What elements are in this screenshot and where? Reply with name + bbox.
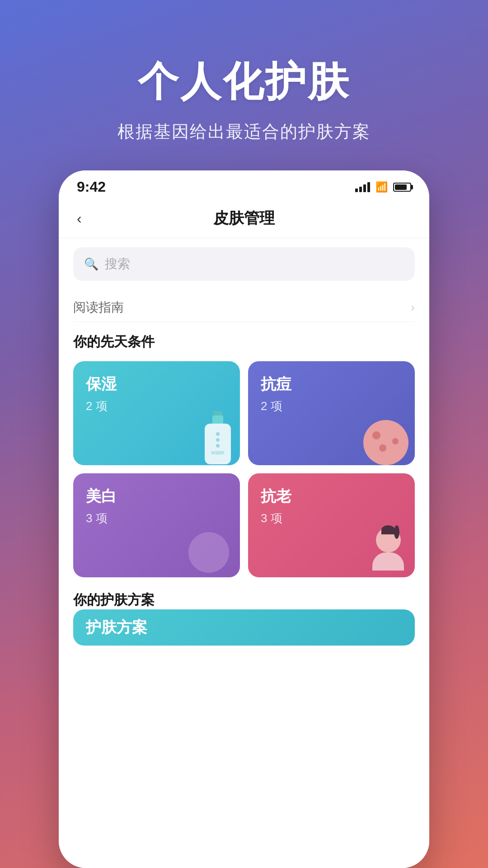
card-whitening[interactable]: 美白 3 项 [73, 473, 240, 577]
card-antiaging[interactable]: 抗老 3 项 [248, 473, 415, 577]
card-whitening-count: 3 项 [86, 510, 227, 526]
innate-conditions-header: 你的先天条件 [59, 322, 429, 357]
acne-face-illustration [363, 420, 408, 465]
card-acne[interactable]: 抗痘 2 项 [248, 361, 415, 465]
phone-content: ‹ 皮肤管理 🔍 搜索 阅读指南 › 你的先天条件 保湿 2 项 [59, 199, 429, 868]
status-bar: 9:42 📶 [59, 170, 429, 199]
phone-mockup: 9:42 📶 ‹ 皮肤管理 🔍 搜索 阅读指南 › [59, 170, 429, 868]
back-button[interactable]: ‹ [77, 210, 82, 227]
skincare-card[interactable]: 护肤方案 [73, 609, 415, 646]
nav-bar: ‹ 皮肤管理 [59, 199, 429, 238]
hero-subtitle: 根据基因给出最适合的护肤方案 [27, 120, 461, 143]
card-antiaging-count: 3 项 [261, 510, 402, 526]
card-acne-label: 抗痘 [261, 374, 402, 395]
hero-title: 个人化护肤 [27, 54, 461, 109]
skincare-card-label: 护肤方案 [86, 617, 147, 638]
page-title: 皮肤管理 [213, 208, 275, 229]
hero-section: 个人化护肤 根据基因给出最适合的护肤方案 [0, 0, 488, 170]
guide-arrow: › [411, 301, 415, 315]
search-placeholder: 搜索 [105, 255, 130, 273]
search-icon: 🔍 [84, 257, 99, 271]
card-acne-count: 2 项 [261, 398, 402, 414]
skincare-section-header: 你的护肤方案 [59, 582, 429, 609]
card-whitening-label: 美白 [86, 486, 227, 507]
skincare-card-container: 护肤方案 [59, 609, 429, 646]
innate-conditions-title: 你的先天条件 [73, 334, 155, 349]
guide-label: 阅读指南 [73, 299, 124, 316]
card-antiaging-label: 抗老 [261, 486, 402, 507]
wifi-icon: 📶 [375, 181, 388, 193]
signal-icon [355, 182, 370, 192]
search-bar[interactable]: 🔍 搜索 [73, 247, 415, 281]
search-container: 🔍 搜索 [59, 238, 429, 290]
cards-grid: 保湿 2 项 water [59, 357, 429, 582]
guide-row[interactable]: 阅读指南 › [59, 290, 429, 321]
status-time: 9:42 [77, 179, 106, 195]
status-icons: 📶 [355, 181, 411, 193]
battery-icon [393, 183, 411, 192]
antiaging-person-illustration [368, 528, 408, 577]
skincare-section-title: 你的护肤方案 [73, 592, 155, 607]
card-moisturize-label: 保湿 [86, 374, 227, 395]
face-mask-illustration [188, 532, 234, 577]
water-bottle-illustration: water [202, 411, 234, 465]
card-moisturize[interactable]: 保湿 2 项 water [73, 361, 240, 465]
